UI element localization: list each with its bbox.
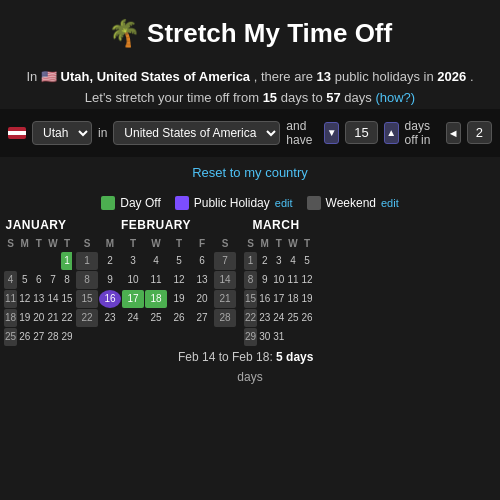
cal-day: 8 xyxy=(244,271,257,289)
country-bold: Utah, United States of America xyxy=(61,69,251,84)
cal-day: 21 xyxy=(214,290,236,308)
cal-day: 5 xyxy=(168,252,190,270)
subtitle-line2: Let's stretch your time off from 15 days… xyxy=(0,88,500,109)
cal-header: T xyxy=(272,236,285,251)
calendar-grid-feb: SMTWTFS123456789101112131415161718192021… xyxy=(76,236,236,327)
cal-day: 19 xyxy=(18,309,31,327)
days-up-button[interactable]: ▲ xyxy=(384,122,399,144)
subtitle-block: In 🇺🇸 Utah, United States of America , t… xyxy=(0,67,500,109)
cal-day: 29 xyxy=(61,328,73,346)
cal-header: M xyxy=(258,236,271,251)
cal-day: 31 xyxy=(272,328,285,346)
cal-header: F xyxy=(191,236,213,251)
cal-day: 27 xyxy=(191,309,213,327)
cal-day: 10 xyxy=(272,271,285,289)
cal-day: 15 xyxy=(61,290,73,308)
cal-day: 5 xyxy=(301,252,313,270)
cal-header: S xyxy=(4,236,17,251)
calendar-month-feb: FEBRUARY xyxy=(76,218,236,232)
cal-header: T xyxy=(61,236,73,251)
cal-day: 2 xyxy=(99,252,121,270)
cal-header: S xyxy=(214,236,236,251)
cal-day: 15 xyxy=(244,290,257,308)
cal-day: 16 xyxy=(258,290,271,308)
cal-day: 13 xyxy=(32,290,45,308)
cal-day: 13 xyxy=(191,271,213,289)
cal-day: 26 xyxy=(18,328,31,346)
cal-day: 18 xyxy=(145,290,167,308)
date-range-label: Feb 14 to Feb 18: 5 days xyxy=(170,346,321,366)
cal-day: 12 xyxy=(168,271,190,289)
cal-day: 9 xyxy=(258,271,271,289)
public-holiday-label: Public Holiday xyxy=(194,196,270,210)
cal-day: 5 xyxy=(18,271,31,289)
cal-day: 1 xyxy=(61,252,73,270)
cal-day: 7 xyxy=(46,271,59,289)
and-have-label: and have xyxy=(286,119,318,147)
cal-day: 14 xyxy=(46,290,59,308)
cal-header: M xyxy=(18,236,31,251)
cal-day: 26 xyxy=(168,309,190,327)
cal-day: 4 xyxy=(145,252,167,270)
public-holiday-color-box xyxy=(175,196,189,210)
cal-day: 20 xyxy=(32,309,45,327)
subtitle-line1: In 🇺🇸 Utah, United States of America , t… xyxy=(0,67,500,88)
date-range-section: Feb 14 to Feb 18: 5 days xyxy=(0,346,500,366)
range-days: 5 days xyxy=(276,350,313,364)
cal-day: 12 xyxy=(301,271,313,289)
cal-day: 19 xyxy=(301,290,313,308)
cal-day: 16 xyxy=(99,290,121,308)
cal-day: 6 xyxy=(32,271,45,289)
calendar-feb: FEBRUARYSMTWTFS1234567891011121314151617… xyxy=(72,218,240,346)
cal-day: 4 xyxy=(4,271,17,289)
palm-icon: 🌴 xyxy=(108,18,140,48)
cal-day: 29 xyxy=(244,328,257,346)
cal-day: 22 xyxy=(76,309,98,327)
calendar-mar: MARCHSMTWTFS1234567891011121314151617181… xyxy=(240,218,312,346)
calendars-container: JANUARYSMTWTFS12345678910111213141516171… xyxy=(0,218,500,346)
country-select[interactable]: United States of America xyxy=(113,121,280,145)
cal-day: 10 xyxy=(122,271,144,289)
cal-header: T xyxy=(168,236,190,251)
year-prev-button[interactable]: ◄ xyxy=(446,122,461,144)
cal-day: 23 xyxy=(99,309,121,327)
days-down-button[interactable]: ▼ xyxy=(324,122,339,144)
weekend-edit-link[interactable]: edit xyxy=(381,197,399,209)
cal-day: 21 xyxy=(46,309,59,327)
how-link[interactable]: (how?) xyxy=(375,90,415,105)
cal-header: S xyxy=(76,236,98,251)
cal-header: W xyxy=(286,236,299,251)
bottom-label: days xyxy=(0,366,500,392)
day-off-label: Day Off xyxy=(120,196,160,210)
cal-day: 24 xyxy=(122,309,144,327)
weekend-color-box xyxy=(307,196,321,210)
weekend-label: Weekend xyxy=(326,196,376,210)
calendar-jan: JANUARYSMTWTFS12345678910111213141516171… xyxy=(0,218,72,346)
cal-day: 7 xyxy=(214,252,236,270)
calendar-month-mar: MARCH xyxy=(244,218,308,232)
cal-day: 23 xyxy=(258,309,271,327)
public-holiday-edit-link[interactable]: edit xyxy=(275,197,293,209)
reset-link[interactable]: Reset to my country xyxy=(0,157,500,188)
cal-day: 3 xyxy=(122,252,144,270)
controls-row: Utah in United States of America and hav… xyxy=(0,109,500,157)
cal-day: 17 xyxy=(122,290,144,308)
from-days: 15 xyxy=(263,90,277,105)
year-display: 2 xyxy=(467,121,492,144)
cal-day: 26 xyxy=(301,309,313,327)
holidays-count: 13 xyxy=(317,69,331,84)
page-header: 🌴 Stretch My Time Off xyxy=(0,0,500,59)
cal-day: 19 xyxy=(168,290,190,308)
year-bold: 2026 xyxy=(437,69,466,84)
cal-day xyxy=(46,252,59,270)
cal-day xyxy=(4,252,17,270)
cal-day: 11 xyxy=(4,290,17,308)
cal-day: 11 xyxy=(145,271,167,289)
state-select[interactable]: Utah xyxy=(32,121,92,145)
cal-day: 18 xyxy=(286,290,299,308)
day-off-color-box xyxy=(101,196,115,210)
cal-day: 17 xyxy=(272,290,285,308)
cal-day: 6 xyxy=(191,252,213,270)
to-days: 57 xyxy=(326,90,340,105)
cal-day: 18 xyxy=(4,309,17,327)
